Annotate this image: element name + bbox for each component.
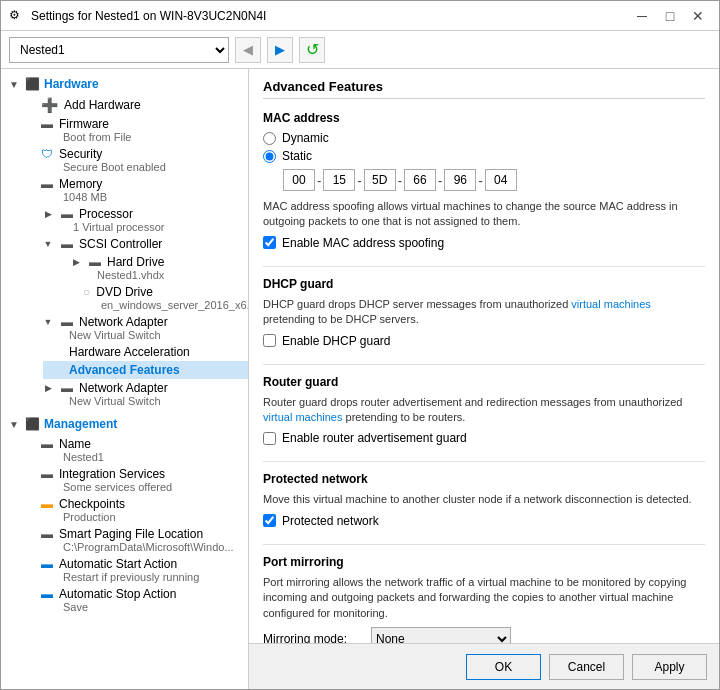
mac-field-2[interactable] [323, 169, 355, 191]
sidebar-item-firmware[interactable]: ▬ Firmware Boot from File [15, 115, 248, 145]
mac-spoofing-desc: MAC address spoofing allows virtual mach… [263, 199, 705, 230]
ok-button[interactable]: OK [466, 654, 541, 680]
mac-field-6[interactable] [485, 169, 517, 191]
sidebar-item-integration[interactable]: ▬ Integration Services Some services off… [15, 465, 248, 495]
hardware-label: Hardware [44, 77, 99, 91]
network1-label: Network Adapter [79, 315, 168, 329]
router-desc: Router guard drops router advertisement … [263, 395, 705, 426]
forward-button[interactable]: ▶ [267, 37, 293, 63]
autostart-label: Automatic Start Action [59, 557, 177, 571]
hardware-section-header[interactable]: ▼ ⬛ Hardware [1, 73, 248, 95]
sidebar-item-autostart[interactable]: ▬ Automatic Start Action Restart if prev… [15, 555, 248, 585]
dvd-sublabel: en_windows_server_2016_x6... [69, 299, 242, 311]
sidebar-item-dvd[interactable]: ○ DVD Drive en_windows_server_2016_x6... [43, 283, 248, 313]
management-section-header[interactable]: ▼ ⬛ Management [1, 413, 248, 435]
back-button[interactable]: ◀ [235, 37, 261, 63]
mac-spoofing-checkbox[interactable] [263, 236, 276, 249]
maximize-button[interactable]: □ [657, 5, 683, 27]
autostart-sublabel: Restart if previously running [41, 571, 242, 583]
sidebar-item-network2[interactable]: ▶ ▬ Network Adapter New Virtual Switch [15, 379, 248, 409]
sidebar-item-network1[interactable]: ▼ ▬ Network Adapter New Virtual Switch [15, 313, 248, 343]
network1-children: Hardware Acceleration Advanced Features [15, 343, 248, 379]
sidebar-item-harddrive[interactable]: ▶ ▬ Hard Drive Nested1.vhdx [43, 253, 248, 283]
paging-sublabel: C:\ProgramData\Microsoft\Windo... [41, 541, 242, 553]
mac-static-label: Static [282, 149, 312, 163]
dhcp-section-title: DHCP guard [263, 277, 705, 291]
refresh-button[interactable]: ↺ [299, 37, 325, 63]
mac-field-4[interactable] [404, 169, 436, 191]
sidebar-item-advanced-features[interactable]: Advanced Features [43, 361, 248, 379]
sidebar-item-add-hardware[interactable]: ➕ Add Hardware [15, 95, 248, 115]
toolbar: Nested1 ◀ ▶ ↺ [1, 31, 719, 69]
mac-fields: - - - - - [283, 169, 705, 191]
mac-static-row: Static [263, 149, 705, 163]
close-button[interactable]: ✕ [685, 5, 711, 27]
sidebar-item-memory[interactable]: ▬ Memory 1048 MB [15, 175, 248, 205]
network1-expand: ▼ [41, 317, 55, 327]
mac-section-title: MAC address [263, 111, 705, 125]
scsi-label: SCSI Controller [79, 237, 162, 251]
vm-selector[interactable]: Nested1 [9, 37, 229, 63]
mac-dynamic-radio[interactable] [263, 132, 276, 145]
dhcp-link: virtual machines [571, 298, 650, 310]
footer: OK Cancel Apply [249, 643, 719, 689]
mac-field-1[interactable] [283, 169, 315, 191]
main-panel: Advanced Features MAC address Dynamic St… [249, 69, 719, 689]
protected-desc: Move this virtual machine to another clu… [263, 492, 705, 507]
mirroring-mode-select[interactable]: None Source Destination [371, 627, 511, 643]
sidebar-item-scsi[interactable]: ▼ ▬ SCSI Controller [15, 235, 248, 253]
router-guard-section: Router guard Router guard drops router a… [263, 375, 705, 446]
hdd-expand: ▶ [69, 257, 83, 267]
hardware-items: ➕ Add Hardware ▬ Firmware Boot from File… [1, 95, 248, 409]
advanced-features-label: Advanced Features [69, 363, 242, 377]
mac-sep-4: - [438, 173, 442, 188]
paging-label: Smart Paging File Location [59, 527, 203, 541]
integration-label: Integration Services [59, 467, 165, 481]
management-expand-icon: ▼ [7, 419, 21, 430]
protected-network-label: Protected network [282, 514, 379, 528]
mac-dynamic-label: Dynamic [282, 131, 329, 145]
dhcp-guard-row: Enable DHCP guard [263, 334, 705, 348]
minimize-button[interactable]: ─ [629, 5, 655, 27]
memory-sublabel: 1048 MB [41, 191, 242, 203]
router-link: virtual machines [263, 411, 342, 423]
harddrive-label: Hard Drive [107, 255, 164, 269]
router-guard-label: Enable router advertisement guard [282, 431, 467, 445]
sidebar-item-autostop[interactable]: ▬ Automatic Stop Action Save [15, 585, 248, 615]
sidebar-item-processor[interactable]: ▶ ▬ Processor 1 Virtual processor [15, 205, 248, 235]
window-title: Settings for Nested1 on WIN-8V3UC2N0N4I [31, 9, 623, 23]
router-guard-checkbox[interactable] [263, 432, 276, 445]
apply-button[interactable]: Apply [632, 654, 707, 680]
mac-sep-5: - [478, 173, 482, 188]
mac-field-3[interactable] [364, 169, 396, 191]
integration-sublabel: Some services offered [41, 481, 242, 493]
protected-network-row: Protected network [263, 514, 705, 528]
checkpoints-label: Checkpoints [59, 497, 125, 511]
sidebar-item-name[interactable]: ▬ Name Nested1 [15, 435, 248, 465]
sidebar-item-paging[interactable]: ▬ Smart Paging File Location C:\ProgramD… [15, 525, 248, 555]
network2-expand: ▶ [41, 383, 55, 393]
dhcp-desc-part2: pretending to be DHCP servers. [263, 313, 419, 325]
firmware-sublabel: Boot from File [41, 131, 242, 143]
port-mirroring-section: Port mirroring Port mirroring allows the… [263, 555, 705, 643]
scsi-expand: ▼ [41, 239, 55, 249]
panel-title: Advanced Features [263, 79, 705, 99]
security-sublabel: Secure Boot enabled [41, 161, 242, 173]
processor-sublabel: 1 Virtual processor [41, 221, 242, 233]
sidebar-item-security[interactable]: 🛡 Security Secure Boot enabled [15, 145, 248, 175]
mac-static-radio[interactable] [263, 150, 276, 163]
mac-spoofing-row: Enable MAC address spoofing [263, 236, 705, 250]
dhcp-guard-checkbox[interactable] [263, 334, 276, 347]
name-sublabel: Nested1 [41, 451, 242, 463]
processor-expand: ▶ [41, 209, 55, 219]
cancel-button[interactable]: Cancel [549, 654, 624, 680]
sidebar-item-hw-accel[interactable]: Hardware Acceleration [43, 343, 248, 361]
divider-2 [263, 364, 705, 365]
sidebar: ▼ ⬛ Hardware ➕ Add Hardware ▬ Firmware [1, 69, 249, 689]
protected-network-checkbox[interactable] [263, 514, 276, 527]
mac-address-section: MAC address Dynamic Static - - [263, 111, 705, 250]
security-label: Security [59, 147, 102, 161]
title-bar: ⚙ Settings for Nested1 on WIN-8V3UC2N0N4… [1, 1, 719, 31]
mac-field-5[interactable] [444, 169, 476, 191]
sidebar-item-checkpoints[interactable]: ▬ Checkpoints Production [15, 495, 248, 525]
